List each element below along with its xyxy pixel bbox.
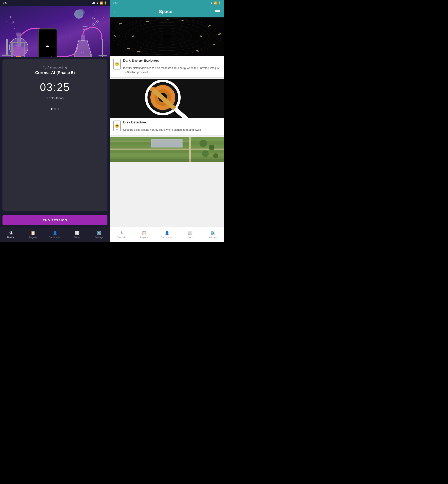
right-nav-icon-4: 📰 <box>187 231 192 235</box>
back-button[interactable]: ‹ <box>114 8 116 15</box>
right-nav-label-5: Settings <box>208 236 217 239</box>
right-nav-item-1[interactable]: ⚗ The Lab <box>110 229 133 240</box>
svg-rect-79 <box>110 149 224 150</box>
dark-energy-icon-row: 🙂 Dark Energy Explorers Identify distant… <box>113 59 221 74</box>
dot-3[interactable] <box>57 108 59 110</box>
svg-text:☁: ☁ <box>45 43 49 48</box>
dark-energy-info: 🙂 Dark Energy Explorers Identify distant… <box>110 56 224 78</box>
right-signal-icon: 📶 <box>214 1 217 5</box>
dot-2[interactable] <box>54 108 56 110</box>
phone-face-icon-2: 🙂 <box>115 124 119 128</box>
signal-icon: 📶 <box>100 1 103 5</box>
svg-point-40 <box>14 28 15 29</box>
svg-line-9 <box>94 21 96 24</box>
right-content[interactable]: 🙂 Dark Energy Explorers Identify distant… <box>110 17 224 227</box>
left-status-bar: 2:58 ☁️ ▲ 📶 🔋 <box>0 0 110 6</box>
header-title: Space <box>159 9 172 14</box>
phone-face-icon: 🙂 <box>115 62 119 66</box>
nav-label-contribution: Contribution <box>49 236 61 239</box>
nav-item-news[interactable]: 📰 News <box>66 229 88 240</box>
disk-detective-svg <box>110 79 224 118</box>
disk-detective-text: Disk Detective Spot the disks around nea… <box>123 121 221 132</box>
the-lab-icon: ⚗ <box>9 231 13 235</box>
left-bottom-nav: ⚗ The Lab 📋 Projects 👤 Contribution 📰 Ne… <box>0 227 110 242</box>
hamburger-line-3 <box>215 13 220 13</box>
battery-icon: 🔋 <box>104 1 107 5</box>
right-nav-icon-3: 👤 <box>164 231 170 235</box>
right-status-bar: 2:53 ▲ 📶 🔋 <box>110 0 224 6</box>
svg-text:-: - <box>6 19 8 23</box>
svg-rect-36 <box>98 55 107 56</box>
svg-point-37 <box>33 16 34 16</box>
phone-bottom-line-2 <box>116 129 118 130</box>
svg-text:√y: √y <box>16 48 18 50</box>
svg-rect-88 <box>110 159 224 162</box>
timer-display: 03:25 <box>40 81 70 93</box>
right-time: 2:53 <box>113 1 118 5</box>
galaxy-svg <box>110 17 224 56</box>
disk-detective-info: 🙂 Disk Detective Spot the disks around n… <box>110 118 224 136</box>
right-header: ‹ Space <box>110 6 224 17</box>
right-nav-label-3: Contribution <box>161 236 173 239</box>
dark-energy-image <box>110 17 224 56</box>
svg-rect-22 <box>11 42 26 43</box>
svg-rect-17 <box>16 33 21 35</box>
svg-rect-12 <box>6 39 8 56</box>
dot-1[interactable] <box>51 108 52 110</box>
settings-icon: ⚙️ <box>96 231 102 235</box>
right-nav-item-3[interactable]: 👤 Contribution <box>156 229 178 240</box>
nav-label-the-lab: The Lab <box>7 236 15 239</box>
dark-energy-description: Identify distant galaxies to help measur… <box>123 66 221 74</box>
svg-text:x²: x² <box>21 42 22 45</box>
hamburger-menu-button[interactable] <box>215 10 220 13</box>
right-wifi-icon: ▲ <box>210 1 213 5</box>
svg-rect-34 <box>90 54 92 57</box>
svg-text:+: + <box>9 15 12 19</box>
svg-point-66 <box>163 35 171 38</box>
nav-label-projects: Projects <box>29 236 37 239</box>
disk-detective-card: 🙂 Disk Detective Spot the disks around n… <box>110 79 224 136</box>
right-nav-icon-5: ⚙️ <box>210 231 215 235</box>
svg-line-8 <box>94 18 96 21</box>
left-panel: 2:58 ☁️ ▲ 📶 🔋 - + x² <box>0 0 110 242</box>
end-session-button[interactable]: END SESSION <box>2 215 107 225</box>
nav-item-the-lab[interactable]: ⚗ The Lab <box>0 229 22 240</box>
right-nav-item-4[interactable]: 📰 News <box>178 229 201 240</box>
news-icon: 📰 <box>74 231 80 235</box>
aerial-image <box>110 137 224 162</box>
svg-point-38 <box>66 12 67 12</box>
lab-svg-illustration: - + x² <box>0 6 110 57</box>
disk-detective-phone-icon: 🙂 <box>113 121 121 131</box>
svg-text:x²: x² <box>11 21 14 24</box>
svg-text:x=2: x=2 <box>14 45 17 47</box>
right-nav-label-1: The Lab <box>117 236 126 239</box>
projects-icon: 📋 <box>31 231 36 235</box>
phone-bottom-line <box>116 68 118 68</box>
right-nav-item-5[interactable]: ⚙️ Settings <box>201 229 224 240</box>
wifi-icon: ▲ <box>96 1 99 5</box>
svg-rect-30 <box>81 35 85 41</box>
nav-item-projects[interactable]: 📋 Projects <box>22 229 44 240</box>
right-nav-label-2: Projects <box>140 236 148 239</box>
nav-label-settings: Settings <box>95 236 103 239</box>
right-nav-item-2[interactable]: 📋 Projects <box>133 229 156 240</box>
svg-text:♥ ♥: ♥ ♥ <box>80 51 84 54</box>
disk-detective-image <box>110 79 224 118</box>
disk-detective-icon-row: 🙂 Disk Detective Spot the disks around n… <box>113 121 221 132</box>
disk-detective-description: Spot the disks around nearby stars where… <box>123 128 221 132</box>
dark-energy-text: Dark Energy Explorers Identify distant g… <box>123 59 221 74</box>
dot-indicators <box>51 108 59 110</box>
contribution-icon: 👤 <box>52 231 58 235</box>
svg-point-39 <box>104 17 104 18</box>
svg-point-41 <box>95 11 96 11</box>
svg-rect-35 <box>102 39 103 57</box>
svg-point-84 <box>200 140 207 147</box>
dark-energy-phone-icon: 🙂 <box>113 59 121 70</box>
nav-item-settings[interactable]: ⚙️ Settings <box>88 229 110 240</box>
svg-point-7 <box>92 24 94 25</box>
hamburger-line-1 <box>215 10 220 11</box>
svg-rect-16 <box>17 35 20 46</box>
svg-point-86 <box>202 150 209 157</box>
svg-rect-81 <box>152 140 182 147</box>
nav-item-contribution[interactable]: 👤 Contribution <box>44 229 66 240</box>
